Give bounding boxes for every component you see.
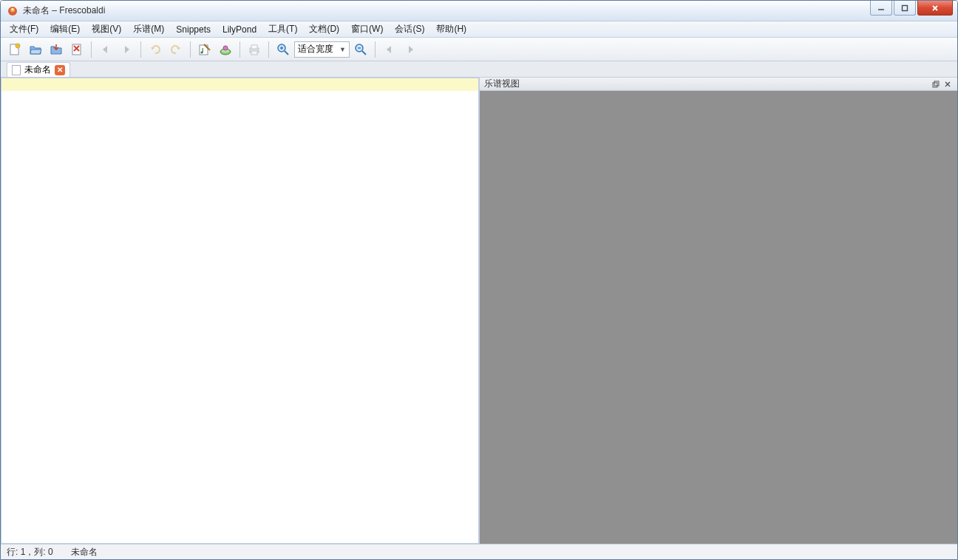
svg-rect-19 [251,51,257,55]
menu-tools[interactable]: 工具(T) [262,21,303,37]
window-title: 未命名 – Frescobaldi [23,4,105,17]
toolbar-separator [190,41,191,58]
undo-button[interactable] [146,40,165,59]
page-next-button[interactable] [401,40,420,59]
status-document-name: 未命名 [71,546,98,559]
toolbar-separator [375,41,376,58]
svg-rect-9 [72,44,81,55]
music-view-pane: 乐谱视图 [480,78,957,544]
toolbar-separator [239,41,240,58]
nav-back-button[interactable] [96,40,115,59]
toolbar-separator [91,41,92,58]
score-wizard-button[interactable] [195,40,214,59]
music-view-header: 乐谱视图 [480,78,957,91]
document-tab[interactable]: 未命名 ✕ [7,62,70,77]
editor-pane [1,78,480,544]
menu-edit[interactable]: 编辑(E) [44,21,86,37]
titlebar: 未命名 – Frescobaldi [1,1,957,21]
menubar: 文件(F) 编辑(E) 视图(V) 乐谱(M) Snippets LilyPon… [1,21,957,38]
close-doc-button[interactable] [67,40,86,59]
menu-help[interactable]: 帮助(H) [430,21,472,37]
undock-icon[interactable] [931,79,941,89]
svg-rect-18 [251,45,257,49]
svg-point-2 [12,8,14,10]
save-button[interactable] [47,40,66,59]
main-area: 乐谱视图 [1,78,957,544]
nav-forward-button[interactable] [117,40,136,59]
editor-current-line [1,78,478,91]
menu-snippets[interactable]: Snippets [170,21,217,37]
menu-file[interactable]: 文件(F) [4,21,44,37]
svg-rect-28 [934,81,939,86]
close-button[interactable] [917,1,953,16]
document-tabbar: 未命名 ✕ [1,61,957,78]
tab-close-icon[interactable]: ✕ [55,65,65,75]
menu-session[interactable]: 会话(S) [389,21,430,37]
open-button[interactable] [26,40,45,59]
page-prev-button[interactable] [380,40,399,59]
zoom-mode-combo[interactable]: 适合宽度 ▼ [294,41,350,58]
toolbar-separator [140,41,141,58]
status-cursor-position: 行: 1，列: 0 [7,546,53,559]
minimize-button[interactable] [870,1,892,16]
statusbar: 行: 1，列: 0 未命名 [1,544,957,559]
new-button[interactable] [5,40,24,59]
app-icon [7,5,18,17]
toolbar: 适合宽度 ▼ [1,38,957,61]
close-pane-icon[interactable] [942,79,953,89]
menu-window[interactable]: 窗口(W) [345,21,389,37]
menu-score[interactable]: 乐谱(M) [127,21,170,37]
svg-rect-4 [903,5,908,10]
print-button[interactable] [245,40,264,59]
svg-rect-27 [933,83,937,87]
menu-view[interactable]: 视图(V) [86,21,127,37]
toolbar-separator [268,41,269,58]
document-tab-label: 未命名 [24,64,51,76]
svg-point-16 [223,46,228,50]
menu-lilypond[interactable]: LilyPond [217,21,262,37]
chevron-down-icon: ▼ [339,46,346,53]
maximize-button[interactable] [894,1,916,16]
redo-button[interactable] [166,40,186,59]
text-editor[interactable] [1,78,479,544]
zoom-mode-label: 适合宽度 [298,43,333,55]
music-view-title: 乐谱视图 [484,78,929,90]
document-icon [12,65,21,75]
svg-line-25 [362,51,366,55]
svg-line-21 [285,51,288,55]
window-controls [870,1,957,16]
menu-document[interactable]: 文档(D) [303,21,345,37]
zoom-in-button[interactable] [274,40,293,59]
app-window: 未命名 – Frescobaldi 文件(F) 编辑(E) 视图(V) 乐谱(M… [0,0,958,560]
zoom-out-button[interactable] [351,40,370,59]
music-view-content[interactable] [480,91,957,544]
engrave-button[interactable] [216,40,235,59]
